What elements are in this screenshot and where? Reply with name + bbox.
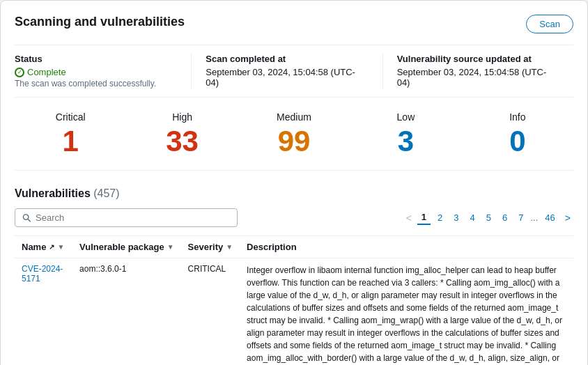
search-box[interactable] — [15, 208, 238, 227]
check-icon: ✓ — [15, 68, 24, 77]
svg-point-0 — [23, 214, 28, 219]
status-complete-badge: ✓ Complete — [15, 67, 177, 77]
metric-label-high: High — [126, 111, 238, 123]
table-body: CVE-2024-5171 aom::3.6.0-1 CRITICAL Inte… — [15, 258, 573, 366]
metric-low: Low 3 — [350, 111, 461, 156]
metric-critical: Critical 1 — [15, 111, 126, 156]
col-severity[interactable]: Severity▼ — [181, 236, 240, 258]
metrics-row: Critical 1 High 33 Medium 99 Low 3 Info … — [15, 111, 573, 171]
status-block-scan: Scan completed at September 03, 2024, 15… — [191, 54, 382, 88]
status-value: Complete — [27, 67, 66, 77]
pagination: <1234567...46> — [403, 210, 573, 225]
metric-label-critical: Critical — [15, 111, 126, 123]
metric-value-info: 0 — [462, 127, 573, 156]
vuln-table: Name↗▼Vulnerable package▼Severity▼Descri… — [15, 235, 573, 365]
pagination-page-5[interactable]: 5 — [482, 211, 495, 224]
search-icon — [22, 213, 31, 223]
metric-high: High 33 — [126, 111, 238, 156]
vuln-source-label: Vulnerability source updated at — [397, 54, 559, 64]
table-header-row: Name↗▼Vulnerable package▼Severity▼Descri… — [15, 236, 573, 258]
page-title: Scanning and vulnerabilities — [15, 15, 185, 29]
col-name[interactable]: Name↗▼ — [15, 236, 72, 258]
package-cell: aom::3.6.0-1 — [72, 258, 181, 366]
severity-cell: CRITICAL — [181, 258, 240, 366]
scan-value: September 03, 2024, 15:04:58 (UTC-04) — [206, 67, 368, 88]
vuln-header: Vulnerabilities (457) — [15, 187, 573, 200]
cve-link[interactable]: CVE-2024-5171 — [22, 264, 63, 284]
search-input[interactable] — [36, 212, 230, 223]
status-block-status: Status ✓ Complete The scan was completed… — [15, 54, 191, 88]
page-header: Scanning and vulnerabilities Scan — [15, 15, 573, 33]
sort-icon: ▼ — [57, 243, 64, 251]
pagination-page-46[interactable]: 46 — [541, 211, 559, 224]
metric-info: Info 0 — [462, 111, 573, 156]
metric-medium: Medium 99 — [238, 111, 350, 156]
col-description: Description — [240, 236, 573, 258]
status-block-vuln: Vulnerability source updated at Septembe… — [382, 54, 573, 88]
vulnerabilities-section: Vulnerabilities (457) <1234567...46> Nam… — [15, 187, 573, 365]
pagination-page-7[interactable]: 7 — [514, 211, 527, 224]
pagination-page-6[interactable]: 6 — [498, 211, 511, 224]
metric-value-critical: 1 — [15, 127, 126, 156]
pagination-page-1[interactable]: 1 — [417, 210, 431, 225]
svg-line-1 — [28, 219, 31, 222]
cve-name-cell[interactable]: CVE-2024-5171 — [15, 258, 72, 366]
col-vulnerable-package[interactable]: Vulnerable package▼ — [72, 236, 181, 258]
metric-label-medium: Medium — [238, 111, 350, 123]
pagination-page-3[interactable]: 3 — [449, 211, 463, 224]
status-label: Status — [15, 54, 177, 64]
metric-value-medium: 99 — [238, 127, 350, 156]
pagination-prev[interactable]: < — [403, 211, 415, 225]
metric-value-high: 33 — [126, 127, 238, 156]
sort-icon: ▼ — [226, 243, 233, 251]
scan-label: Scan completed at — [206, 54, 368, 64]
description-cell: Integer overflow in libaom internal func… — [240, 258, 573, 366]
pagination-page-4[interactable]: 4 — [466, 211, 479, 224]
status-subtitle: The scan was completed successfully. — [15, 79, 177, 88]
main-container: Scanning and vulnerabilities Scan Status… — [0, 0, 588, 365]
metric-label-info: Info — [462, 111, 573, 123]
table-row: CVE-2024-5171 aom::3.6.0-1 CRITICAL Inte… — [15, 258, 573, 366]
scan-button[interactable]: Scan — [526, 15, 573, 33]
vuln-title: Vulnerabilities — [15, 187, 91, 199]
metric-value-low: 3 — [350, 127, 461, 156]
sort-icon: ▼ — [167, 243, 174, 251]
metric-label-low: Low — [350, 111, 461, 123]
pagination-page-2[interactable]: 2 — [433, 211, 447, 224]
external-link-icon: ↗ — [49, 243, 54, 251]
pagination-next[interactable]: > — [562, 211, 573, 225]
vuln-source-value: September 03, 2024, 15:04:58 (UTC-04) — [397, 67, 559, 88]
table-header: Name↗▼Vulnerable package▼Severity▼Descri… — [15, 236, 573, 258]
search-pagination-row: <1234567...46> — [15, 208, 573, 227]
pagination-ellipsis: ... — [531, 212, 539, 223]
status-section: Status ✓ Complete The scan was completed… — [15, 45, 573, 98]
vuln-count: (457) — [93, 187, 119, 199]
